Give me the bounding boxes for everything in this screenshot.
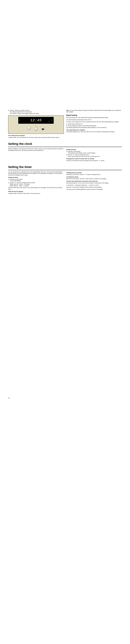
lcd-icon-right: ☼: [51, 119, 52, 122]
knob-group-1: [28, 126, 31, 130]
knob-label-2: kg: [34, 126, 38, 127]
rapid-step1: 1.Set the function selector to ※.: [66, 123, 122, 125]
timer-step1: 1.Press the Q Timer button.The Q symbol …: [8, 178, 64, 182]
rapid-p2: Use rapid heating for temperatures above…: [66, 119, 122, 120]
timer-both-p2: To call up the ⏲ remaining cooking time,…: [66, 184, 122, 186]
step6-line3: The end time is shown in the display unt…: [10, 113, 39, 114]
knob-2: [34, 127, 38, 130]
timer-can-p: Press the Q Timer button. Press the - bu…: [66, 178, 122, 180]
rapid-heading: Rapid heating: [66, 114, 122, 116]
clock-heading: Setting the clock: [8, 142, 122, 147]
timer-both-p3: Press the 0 Clock button repeatedly unti…: [66, 186, 122, 188]
knob-1: [28, 126, 31, 130]
elapsed-heading: The cooking time has elapsed: [8, 135, 64, 136]
top-columns: 6. Use the - button to set a later end t…: [8, 110, 122, 139]
clock-columns: When the appliance is connected for the …: [8, 148, 122, 162]
timer-columns: You can use the timer as a kitchen timer…: [8, 171, 122, 195]
note-para: Note: You can make changes as long as th…: [66, 110, 122, 113]
rapid-p3: To ensure even cooking of your food, onl…: [66, 121, 122, 122]
elapsed-text: A signal sounds. The oven switches off. …: [8, 137, 64, 138]
timer-s2-wrap: Use the - or + button to change the time…: [10, 182, 64, 187]
timer-s2a: Use the - or + button to change the time…: [10, 182, 35, 184]
clock-s1a: Press the 0 Clock button.: [68, 151, 81, 152]
clock-chg-p: Press the 0 Clock button twice and chang…: [66, 160, 122, 162]
timer-s1-wrap: Press the Q Timer button.The Q symbol fl…: [10, 178, 64, 182]
timer-s1b: The Q symbol flashes.: [10, 180, 21, 182]
manual-page: 6. Use the - button to set a later end t…: [0, 0, 130, 644]
timer-can-h: Cancelling the setting: [66, 176, 122, 178]
clock-chg-h: Changing from summer to winter time, for…: [66, 158, 122, 160]
rapid-p1: With rapid heating, the oven reaches the…: [66, 117, 122, 118]
timer-intro: You can use the timer as a kitchen timer…: [8, 171, 64, 176]
clock-s2-wrap: Use the + or - button to change the cloc…: [68, 154, 122, 157]
lcd-time: 12:45: [30, 118, 42, 123]
timer-proc-h: Setting procedure: [8, 177, 64, 178]
right-col: Note: You can make changes as long as th…: [66, 110, 122, 139]
timer-s2n: 2.: [8, 182, 10, 187]
timer-s1n: 1.: [8, 178, 10, 182]
timer-chd-h: Changing the timer duration: [66, 172, 122, 174]
rapid-step2: 2.Set the temperature selector to the de…: [66, 125, 122, 126]
clock-s1n: 1.: [66, 151, 68, 154]
rapid-p5: The indicator light goes out. Place your…: [66, 131, 122, 132]
timer-right: Changing the timer duration Press the Q …: [66, 171, 122, 195]
timer-chd-p: Press the Q Timer button. Use the + or -…: [66, 174, 122, 175]
timer-both-h: The timer and cooking time count down at…: [66, 180, 122, 182]
pointer-arrow-icon: ➤: [42, 126, 44, 132]
note-label: Note:: [66, 110, 70, 111]
timer-step2: 2.Use the - or + button to change the ti…: [8, 182, 64, 187]
page-number: 84: [8, 397, 10, 399]
clock-s2a: Use the + or - button to change the cloc…: [68, 154, 89, 156]
timer-whe-p: A signal sounds. Press the Q Timer butto…: [8, 193, 64, 194]
clock-s2b: After a few seconds, the time is saved. …: [68, 156, 100, 157]
note-text: You can make changes as long as the symb…: [66, 110, 121, 112]
rapid-h2: After rapid heating has completed: [66, 129, 122, 131]
rapid-s1n: 1.: [66, 123, 68, 125]
step6-line2: The setting is adopted after a few secon…: [10, 111, 32, 112]
clock-s1b: 12:00 appears in the display and the 0 s…: [68, 152, 96, 154]
left-col: 6. Use the - button to set a later end t…: [8, 110, 64, 139]
timer-heading: Setting the timer: [8, 165, 122, 170]
timer-left: You can use the timer as a kitchen timer…: [8, 171, 64, 195]
clock-right: Setting procedure 1.Press the 0 Clock bu…: [66, 148, 122, 162]
clock-step1: 1.Press the 0 Clock button.12:00 appears…: [66, 151, 122, 154]
timer-whe-h: When the time has elapsed: [8, 191, 64, 192]
lcd-min: min: [48, 121, 50, 122]
clock-intro: When the appliance is connected for the …: [8, 148, 64, 151]
knob-group-2: kg: [34, 126, 38, 130]
step6-line1: Use the - button to set a later end time…: [10, 110, 30, 111]
lcd-icon-left: ☀: [19, 119, 20, 121]
timer-p3: The timer starts after a few seconds. Th…: [8, 187, 64, 190]
timer-s1a: Press the Q Timer button.: [10, 178, 23, 180]
step-6: 6. Use the - button to set a later end t…: [8, 110, 64, 114]
clock-s2n: 2.: [66, 154, 68, 157]
timer-both-p1: Both symbols light up. You can see the t…: [66, 182, 122, 184]
step-text: Use the - button to set a later end time…: [10, 110, 64, 114]
rapid-s2n: 2.: [66, 125, 68, 126]
timer-both-p4: The value you are checking appears for s…: [66, 189, 122, 190]
rapid-s2: Set the temperature selector to the desi…: [68, 125, 122, 126]
rapid-s1: Set the function selector to ※.: [68, 123, 122, 125]
step-number: 6.: [8, 110, 10, 114]
clock-step2: 2.Use the + or - button to change the cl…: [66, 154, 122, 157]
rapid-p4: The indicator light above the temperatur…: [66, 127, 122, 128]
clock-proc-h: Setting procedure: [66, 149, 122, 150]
clock-left: When the appliance is connected for the …: [8, 148, 64, 162]
timer-s2b: Default value for + button = 10 minutes: [10, 184, 30, 185]
timer-s2c: Default value for - button = 5 minutes: [10, 185, 29, 186]
oven-display-illustration: ☀ 12:45 min ☼ kg ➤: [8, 116, 64, 134]
lcd-screen: ☀ 12:45 min ☼: [18, 117, 54, 124]
clock-s1-wrap: Press the 0 Clock button.12:00 appears i…: [68, 151, 122, 154]
